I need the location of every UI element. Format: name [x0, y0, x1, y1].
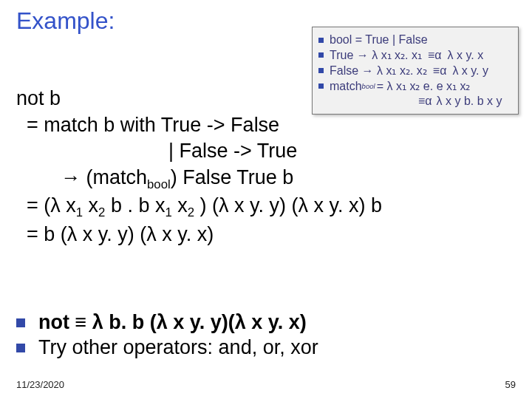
inset-row-false: False → λ x₁ x₂. x₂ ≡α λ x y. y: [318, 64, 512, 78]
inset-text: False → λ x₁ x₂. x₂: [330, 64, 427, 78]
body-text: ) (λ x y. y) (λ x y. x) b: [194, 194, 382, 216]
body-sub: 2: [98, 206, 105, 220]
bullet-icon: [318, 38, 324, 43]
inset-text: λ x y b. b x y: [437, 95, 502, 108]
bullet-icon: [318, 68, 324, 73]
bullet-icon: [16, 318, 25, 327]
inset-text: = λ x₁ x₂ e. e x₁ x₂: [377, 79, 471, 93]
bullet-row: Try other operators: and, or, xor: [16, 336, 318, 359]
inset-text: bool = True | False: [330, 33, 428, 47]
body-line: not b: [16, 86, 382, 112]
body-text: ) False True b: [171, 166, 294, 188]
derivation-body: not b = match b with True -> False | Fal…: [16, 86, 382, 248]
body-sub: 1: [76, 206, 83, 220]
footer-page: 59: [505, 379, 516, 390]
body-text: b . b x: [105, 194, 165, 216]
body-sub: 2: [188, 206, 194, 220]
bullet-icon: [318, 52, 324, 58]
inset-row-true: True → λ x₁ x₂. x₁ ≡α λ x y. x: [318, 48, 512, 62]
equiv-alpha: ≡α: [418, 95, 432, 108]
body-text: x: [172, 194, 188, 216]
bullet-row: not ≡ λ b. b (λ x y. y)(λ x y. x): [16, 311, 318, 334]
bullet-icon: [16, 344, 25, 352]
body-sub: bool: [147, 177, 171, 191]
body-text: = (λ x: [27, 194, 76, 216]
footer-date: 11/23/2020: [16, 379, 64, 390]
inset-row-bool: bool = True | False: [318, 33, 512, 47]
inset-text: λ x y. x: [448, 49, 484, 62]
body-line: → (matchbool) False True b: [16, 165, 382, 193]
bullet-text: not ≡ λ b. b (λ x y. y)(λ x y. x): [38, 311, 307, 334]
body-line: = (λ x1 x2 b . b x1 x2 ) (λ x y. y) (λ x…: [16, 193, 382, 221]
body-line: | False -> True: [16, 138, 382, 165]
body-line: = b (λ x y. y) (λ x y. x): [16, 222, 382, 248]
equiv-alpha: ≡α: [433, 64, 447, 78]
inset-text: True → λ x₁ x₂. x₁: [330, 48, 422, 62]
inset-text: λ x y. y: [452, 64, 488, 78]
slide-title: Example:: [16, 7, 115, 35]
body-line: = match b with True -> False: [16, 112, 382, 139]
bullet-text: Try other operators: and, or, xor: [38, 336, 318, 359]
body-sub: 1: [165, 206, 171, 220]
body-text: → (match: [61, 166, 147, 188]
bullets-block: not ≡ λ b. b (λ x y. y)(λ x y. x) Try ot…: [16, 309, 318, 361]
body-text: x: [83, 194, 98, 216]
equiv-alpha: ≡α: [428, 49, 442, 62]
slide: { "title": "Example:", "inset": { "line1…: [0, 0, 532, 399]
